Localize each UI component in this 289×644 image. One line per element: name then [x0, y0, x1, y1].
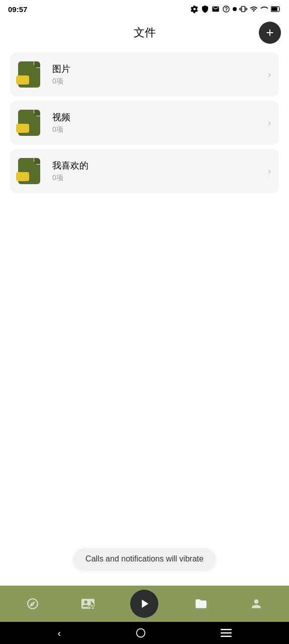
file-name-videos: 视频	[52, 111, 268, 123]
file-info-videos: 视频 0项	[52, 111, 268, 134]
file-count-videos: 0项	[52, 125, 268, 134]
svg-rect-2	[271, 7, 277, 11]
page-title: 文件	[134, 25, 156, 40]
svg-rect-4	[221, 629, 232, 630]
chevron-icon-videos: ›	[268, 118, 271, 128]
vibrate-toast-text: Calls and notifications will vibrate	[85, 554, 204, 563]
file-name-favorites: 我喜欢的	[52, 159, 268, 172]
nav-files[interactable]	[188, 591, 214, 616]
file-count-images: 0项	[52, 77, 268, 86]
wifi-icon	[250, 5, 258, 13]
signal-icon	[260, 5, 268, 13]
file-item-favorites[interactable]: 我喜欢的 0项 ›	[10, 149, 279, 193]
file-item-images[interactable]: 图片 0项 ›	[10, 52, 279, 97]
file-info-favorites: 我喜欢的 0项	[52, 159, 268, 183]
file-info-images: 图片 0项	[52, 63, 268, 86]
plus-icon	[264, 27, 275, 38]
nav-contacts[interactable]	[75, 591, 101, 616]
folder-icon	[195, 597, 208, 610]
battery-icon	[271, 5, 281, 13]
vibrate-toast: Calls and notifications will vibrate	[73, 548, 216, 570]
file-name-images: 图片	[52, 63, 268, 75]
header: 文件	[0, 18, 289, 47]
status-time: 09:57	[8, 5, 27, 14]
shield-icon	[201, 5, 209, 13]
email-icon	[212, 5, 220, 13]
settings-icon	[190, 5, 199, 13]
system-nav: ‹	[0, 622, 289, 644]
menu-button[interactable]	[221, 629, 232, 637]
add-button[interactable]	[259, 22, 281, 44]
home-circle-icon	[136, 628, 146, 638]
vibrate-icon	[239, 5, 247, 13]
status-bar: 09:57	[0, 0, 289, 18]
help-icon	[222, 5, 230, 13]
play-icon	[137, 597, 151, 611]
status-icons	[190, 5, 281, 13]
svg-point-0	[233, 7, 237, 11]
file-list: 图片 0项 › 视频 0项 › 我喜欢的 0项 ›	[0, 47, 289, 198]
svg-rect-6	[221, 636, 232, 637]
nav-compass[interactable]	[20, 591, 45, 616]
file-icon-favorites	[18, 158, 44, 184]
menu-icon	[221, 629, 232, 637]
file-icon-videos	[18, 110, 44, 136]
back-button[interactable]: ‹	[57, 627, 61, 639]
nav-play[interactable]	[130, 590, 158, 618]
file-item-videos[interactable]: 视频 0项 ›	[10, 101, 279, 145]
chevron-icon-images: ›	[268, 69, 271, 80]
bottom-nav	[0, 586, 289, 622]
svg-rect-5	[221, 632, 232, 634]
compass-icon	[26, 597, 39, 610]
svg-point-3	[136, 629, 145, 637]
file-icon-images	[18, 61, 44, 88]
nav-profile[interactable]	[244, 591, 269, 616]
contacts-icon	[81, 597, 94, 610]
chevron-icon-favorites: ›	[268, 166, 271, 177]
file-count-favorites: 0项	[52, 174, 268, 183]
profile-icon	[250, 597, 263, 610]
home-button[interactable]	[136, 628, 146, 638]
dot-icon	[233, 7, 237, 11]
